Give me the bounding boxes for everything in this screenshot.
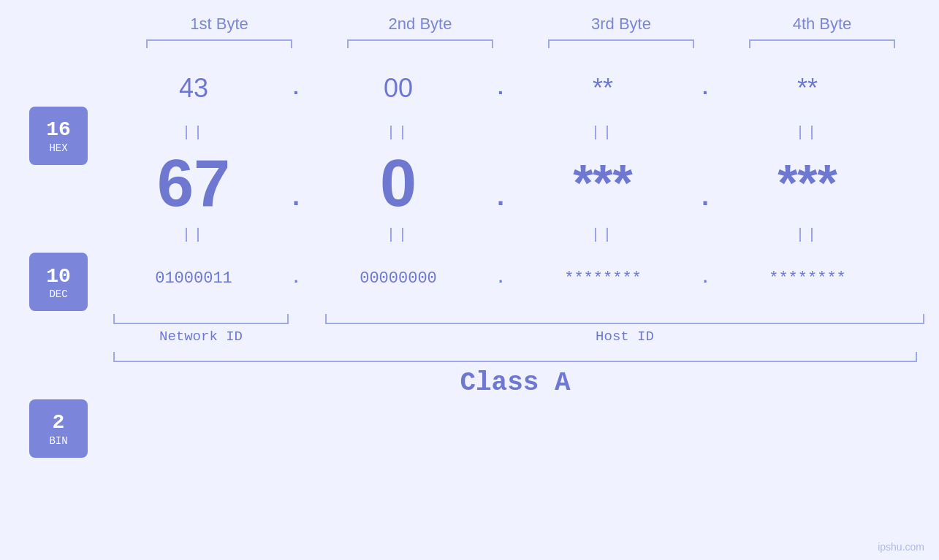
byte-header-1: 1st Byte [139,15,300,34]
bin-byte-1: 01000011 [106,269,281,288]
eq-1-1: || [106,124,281,141]
dec-dot-1: . [281,154,311,213]
id-brackets [113,314,939,324]
top-bracket-4 [749,39,895,48]
dec-byte-3: *** [515,158,691,209]
hex-row: 43 . 00 . ** . ** [106,55,939,121]
network-id-label: Network ID [113,329,289,345]
dec-byte-2: 0 [311,150,486,216]
top-bracket-2 [347,39,493,48]
dec-dot-3: . [691,154,720,213]
bin-badge: 2 BIN [29,399,88,458]
bin-byte-4: ******** [720,269,895,288]
byte-header-3: 3rd Byte [541,15,702,34]
hex-byte-3: ** [515,73,691,104]
bin-row: 01000011 . 00000000 . ******** . [106,245,939,311]
top-bracket-3 [548,39,694,48]
eq-2-2: || [311,226,486,243]
host-id-label: Host ID [325,329,924,345]
hex-byte-4: ** [720,73,895,104]
bin-byte-3: ******** [515,269,691,288]
dec-row: 67 . 0 . *** . *** [106,143,939,223]
watermark: ipshu.com [878,541,924,553]
equals-row-1: || || || || [106,121,939,143]
class-label: Class A [113,368,917,398]
eq-1-2: || [311,124,486,141]
top-bracket-1 [146,39,292,48]
eq-2-3: || [515,226,691,243]
dec-byte-1: 67 [106,150,281,216]
byte-header-2: 2nd Byte [340,15,501,34]
equals-row-2: || || || || [106,223,939,245]
host-bracket [325,314,924,324]
bin-dot-2: . [486,269,515,288]
eq-2-4: || [720,226,895,243]
main-container: 1st Byte 2nd Byte 3rd Byte 4th Byte 16 H… [0,0,939,560]
bin-dot-3: . [691,269,720,288]
main-area: 16 HEX 10 DEC 2 BIN 43 . [0,55,939,560]
hex-dot-1: . [281,77,311,100]
top-brackets [119,39,923,48]
eq-1-4: || [720,124,895,141]
byte-header-4: 4th Byte [742,15,902,34]
hex-dot-2: . [486,77,515,100]
data-area: 43 . 00 . ** . ** [106,55,939,560]
dec-badge: 10 DEC [29,253,88,311]
dec-dot-2: . [486,154,515,213]
id-label-row: Network ID Host ID [113,329,939,345]
hex-byte-2: 00 [311,73,486,104]
labels-column: 16 HEX 10 DEC 2 BIN [0,55,106,560]
hex-byte-1: 43 [106,73,281,104]
eq-1-3: || [515,124,691,141]
dec-byte-4: *** [720,158,895,209]
eq-2-1: || [106,226,281,243]
class-bracket [113,352,917,362]
byte-headers-row: 1st Byte 2nd Byte 3rd Byte 4th Byte [119,15,923,34]
bin-dot-1: . [281,269,311,288]
hex-badge: 16 HEX [29,107,88,165]
network-bracket [113,314,289,324]
bin-byte-2: 00000000 [311,269,486,288]
hex-dot-3: . [691,77,720,100]
bottom-brackets-area: Network ID Host ID Class A [106,314,939,398]
